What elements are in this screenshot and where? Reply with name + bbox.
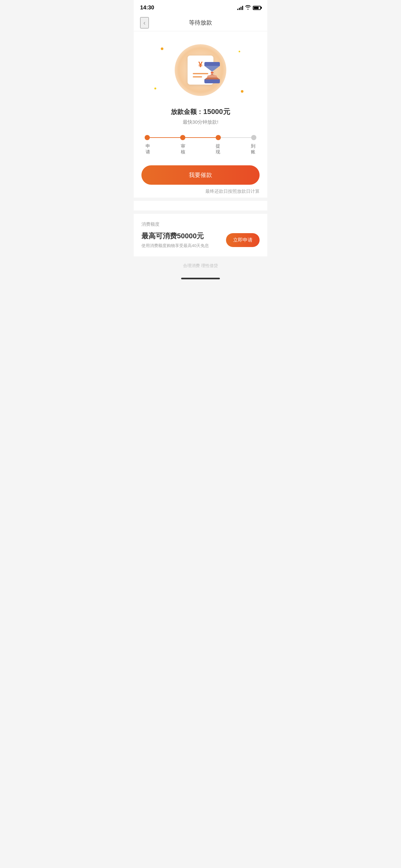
status-bar: 14:30: [134, 0, 267, 14]
deco-dot-2: [154, 88, 156, 89]
amount-value: 15000元: [203, 107, 230, 116]
step-dot-2: [180, 135, 185, 140]
illustration-area: ¥: [142, 41, 259, 99]
step-label-2: 审核: [181, 144, 186, 155]
status-time: 14:30: [140, 4, 154, 11]
urge-payment-button[interactable]: 我要催款: [142, 165, 259, 185]
deco-dot-3: [241, 90, 243, 93]
hg-sand: [207, 75, 217, 78]
credit-info: 最高可消费50000元 使用消费额度购物享受最高40天免息: [142, 231, 226, 249]
document-card: ¥: [188, 56, 213, 85]
progress-steps: 申请 审核 提现 到账: [142, 135, 259, 155]
credit-section: 消费额度 最高可消费50000元 使用消费额度购物享受最高40天免息 立即申请: [134, 214, 267, 256]
progress-track: [145, 135, 256, 140]
credit-amount: 最高可消费50000元: [142, 231, 226, 241]
section-divider: [134, 197, 267, 201]
home-indicator: [134, 272, 267, 285]
doc-line-2: [193, 76, 202, 78]
home-bar: [181, 278, 220, 279]
hourglass: [204, 62, 220, 82]
yen-symbol: ¥: [198, 60, 203, 69]
step-dot-1: [145, 135, 150, 140]
wifi-icon: [245, 5, 251, 11]
battery-icon: [253, 6, 261, 10]
amount-subtext: 最快30分钟放款!: [142, 119, 259, 125]
step-label-4: 到账: [251, 144, 256, 155]
page-title: 等待放款: [189, 19, 212, 27]
page-header: ‹ 等待放款: [134, 14, 267, 31]
deco-dot-1: [161, 48, 163, 50]
progress-labels: 申请 审核 提现 到账: [145, 144, 256, 155]
hg-bottom: [204, 80, 220, 83]
main-content: ¥: [134, 31, 267, 211]
credit-section-label: 消费额度: [142, 221, 259, 227]
illustration-circle: ¥: [175, 44, 226, 96]
step-dot-4: [251, 135, 256, 140]
hg-top: [204, 62, 220, 66]
hg-upper: [204, 66, 220, 72]
credit-desc: 使用消费额度购物享受最高40天免息: [142, 243, 226, 249]
signal-icon: [237, 5, 243, 10]
step-dot-3: [216, 135, 221, 140]
step-label-3: 提现: [215, 144, 220, 155]
repay-note: 最终还款日按照放款日计算: [142, 189, 259, 194]
deco-dot-4: [239, 51, 240, 52]
hourglass-illustration: [204, 62, 220, 82]
step-label-1: 申请: [145, 144, 150, 155]
amount-label: 放款金额：15000元: [142, 107, 259, 117]
footer-note: 合理消费 理性借贷: [134, 256, 267, 272]
amount-section: 放款金额：15000元 最快30分钟放款!: [142, 107, 259, 125]
status-icons: [237, 5, 261, 11]
amount-prefix: 放款金额：: [171, 108, 203, 115]
apply-button[interactable]: 立即申请: [226, 233, 259, 247]
footer-text: 合理消费 理性借贷: [183, 263, 218, 268]
back-button[interactable]: ‹: [140, 17, 149, 28]
credit-body: 最高可消费50000元 使用消费额度购物享受最高40天免息 立即申请: [142, 231, 259, 249]
